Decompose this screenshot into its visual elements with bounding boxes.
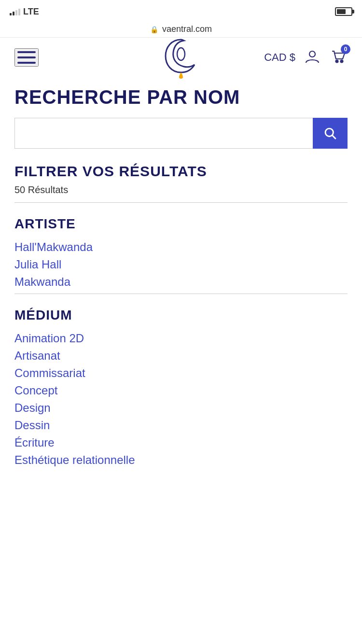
signal-bars-icon	[10, 8, 20, 15]
list-item: Julia Hall	[14, 258, 348, 271]
medium-link-6[interactable]: Écriture	[14, 436, 55, 449]
user-icon	[304, 48, 320, 65]
list-item: Artisanat	[14, 349, 348, 363]
medium-link-3[interactable]: Concept	[14, 384, 57, 397]
svg-point-1	[309, 51, 315, 57]
list-item: Makwanda	[14, 275, 348, 289]
cart-badge: 0	[341, 44, 350, 54]
svg-line-5	[332, 135, 336, 139]
battery-fill	[337, 9, 346, 14]
list-item: Esthétique relationnelle	[14, 453, 348, 467]
user-account-button[interactable]	[303, 47, 321, 67]
list-item: Écriture	[14, 436, 348, 449]
svg-point-0	[177, 48, 185, 60]
hamburger-line-1	[17, 51, 36, 53]
divider-2	[14, 294, 348, 294]
medium-link-1[interactable]: Artisanat	[14, 349, 60, 362]
status-right	[335, 7, 352, 16]
filter-title: FILTRER VOS RÉSULTATS	[14, 163, 348, 180]
svg-point-4	[325, 128, 333, 136]
medium-section: MÉDIUM Animation 2D Artisanat Commissari…	[14, 308, 348, 467]
list-item: Concept	[14, 384, 348, 397]
artiste-link-2[interactable]: Makwanda	[14, 275, 70, 288]
lock-icon: 🔒	[150, 26, 158, 33]
status-left: LTE	[10, 7, 39, 17]
artiste-link-0[interactable]: Hall'Makwanda	[14, 240, 93, 253]
battery-icon	[335, 7, 352, 16]
search-input[interactable]	[14, 118, 313, 149]
list-item: Dessin	[14, 419, 348, 432]
search-button[interactable]	[313, 118, 348, 149]
medium-link-2[interactable]: Commissariat	[14, 366, 85, 379]
main-content: RECHERCHE PAR NOM FILTRER VOS RÉSULTATS …	[0, 77, 362, 481]
medium-list: Animation 2D Artisanat Commissariat Conc…	[14, 332, 348, 467]
artiste-section-title: ARTISTE	[14, 216, 348, 232]
logo[interactable]	[162, 36, 200, 79]
list-item: Design	[14, 401, 348, 415]
list-item: Animation 2D	[14, 332, 348, 345]
medium-link-4[interactable]: Design	[14, 401, 51, 414]
artiste-list: Hall'Makwanda Julia Hall Makwanda	[14, 240, 348, 289]
divider-1	[14, 202, 348, 203]
list-item: Commissariat	[14, 366, 348, 380]
search-icon	[323, 126, 337, 140]
hamburger-line-3	[17, 62, 36, 64]
medium-link-0[interactable]: Animation 2D	[14, 332, 84, 345]
currency-button[interactable]: CAD $	[264, 51, 295, 64]
svg-point-2	[336, 60, 338, 63]
medium-link-7[interactable]: Esthétique relationnelle	[14, 453, 135, 466]
results-count: 50 Résultats	[14, 184, 348, 196]
menu-button[interactable]	[14, 48, 39, 67]
hamburger-line-2	[17, 56, 36, 58]
status-bar: LTE	[0, 0, 362, 21]
page-title: RECHERCHE PAR NOM	[14, 86, 348, 108]
url-text: vaentral.com	[162, 24, 212, 34]
cart-button[interactable]: 0	[329, 47, 348, 67]
medium-link-5[interactable]: Dessin	[14, 419, 50, 432]
header-right: CAD $ 0	[264, 47, 348, 67]
artiste-link-1[interactable]: Julia Hall	[14, 258, 61, 271]
medium-section-title: MÉDIUM	[14, 308, 348, 323]
logo-svg	[162, 36, 200, 79]
svg-point-3	[341, 60, 343, 63]
carrier-label: LTE	[23, 7, 39, 17]
list-item: Hall'Makwanda	[14, 240, 348, 254]
artiste-section: ARTISTE Hall'Makwanda Julia Hall Makwand…	[14, 216, 348, 289]
header: CAD $ 0	[0, 38, 362, 77]
search-bar	[14, 118, 348, 149]
